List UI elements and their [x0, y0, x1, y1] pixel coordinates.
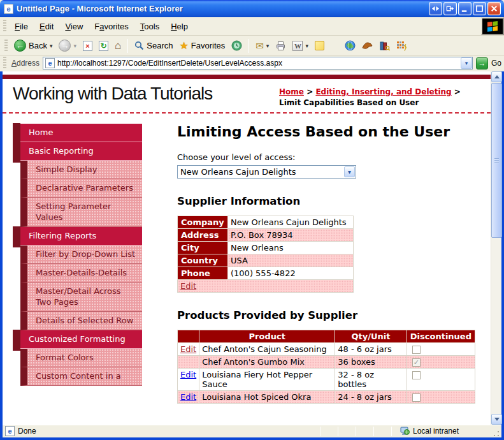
maximize-button[interactable]	[473, 2, 486, 15]
mail-dropdown-icon[interactable]: ▾	[266, 43, 270, 49]
scrollbar-thumb[interactable]	[491, 83, 502, 238]
resize-grip[interactable]	[493, 430, 500, 437]
zone-label: Local intranet	[413, 427, 459, 436]
breadcrumb-current: Limit Capabilities Based on User	[279, 98, 484, 108]
sidebar-item-filtering-reports[interactable]: Filtering Reports	[20, 227, 142, 246]
breadcrumb-section-link[interactable]: Editing, Inserting, and Deleting	[315, 87, 451, 96]
site-title: Working with Data Tutorials	[13, 84, 279, 108]
forward-dropdown-icon[interactable]: ▾	[73, 43, 76, 49]
discuss-button[interactable]	[313, 40, 326, 52]
pan-left-right-button[interactable]	[429, 2, 442, 15]
page-title: Limiting Access Based on the User	[177, 124, 475, 140]
page-content: Working with Data Tutorials Home > Editi…	[3, 71, 491, 425]
address-label: Address	[11, 59, 40, 68]
masthead: Working with Data Tutorials Home > Editi…	[3, 79, 491, 110]
menu-favorites[interactable]: Favorites	[89, 19, 133, 34]
discontinued-checkbox[interactable]: ✓	[412, 346, 421, 354]
research-books-button[interactable]	[377, 40, 392, 52]
product-edit-link[interactable]: Edit	[180, 344, 196, 354]
detach-window-button[interactable]	[443, 2, 457, 15]
menu-view[interactable]: View	[60, 19, 88, 34]
menu-tools[interactable]: Tools	[135, 19, 164, 34]
sidebar-item-master-detail-across-two-pages[interactable]: Master/Detail Across Two Pages	[20, 282, 142, 312]
main-content: Limiting Access Based on the User Choose…	[142, 124, 491, 404]
forward-button[interactable]: → ▾	[57, 38, 78, 53]
favorites-button[interactable]: ★ Favorites	[177, 38, 227, 53]
title-bar[interactable]: e Untitled Page - Microsoft Internet Exp…	[0, 0, 504, 17]
research-bird-button[interactable]	[360, 40, 375, 52]
address-input[interactable]: e http://localhost:1297/Code/EditInsertD…	[43, 57, 473, 70]
back-dropdown-icon[interactable]: ▾	[50, 43, 53, 49]
discontinued-checkbox[interactable]: ✓	[412, 358, 421, 367]
sidebar-item-simple-display[interactable]: Simple Display	[20, 161, 142, 179]
toolbar-separator	[248, 39, 249, 53]
sidebar-item-customized-formatting[interactable]: Customized Formatting	[20, 330, 142, 349]
mail-icon: ✉	[256, 40, 264, 52]
maximize-icon	[475, 4, 484, 13]
minimize-button[interactable]	[458, 2, 472, 15]
address-url[interactable]: http://localhost:1297/Code/EditInsertDel…	[57, 59, 458, 68]
go-button[interactable]: →	[476, 57, 488, 70]
stop-button[interactable]: ×	[81, 40, 94, 52]
address-dropdown-button[interactable]: ▾	[461, 57, 472, 69]
toolbar-grip[interactable]	[3, 20, 6, 33]
sidebar-item-master-details-details[interactable]: Master-Details-Details	[20, 264, 142, 282]
sidebar-item-details-of-selected-row[interactable]: Details of Selected Row	[20, 312, 142, 330]
toolbar-grip[interactable]	[4, 40, 8, 52]
discontinued-checkbox[interactable]: ✓	[412, 371, 421, 379]
detach-icon	[445, 4, 455, 13]
table-row: Edit Louisiana Hot Spiced Okra 24 - 8 oz…	[178, 391, 475, 404]
messenger-globe-button[interactable]	[343, 39, 357, 52]
refresh-icon: ↻	[99, 41, 108, 51]
breadcrumb-home-link[interactable]: Home	[279, 87, 304, 96]
chevron-up-icon	[494, 75, 500, 78]
print-button[interactable]	[273, 40, 288, 52]
product-edit-link[interactable]: Edit	[180, 370, 196, 379]
scroll-up-button[interactable]	[491, 71, 502, 82]
supplier-edit-link[interactable]: Edit	[180, 281, 196, 291]
menu-edit[interactable]: Edit	[34, 19, 59, 34]
discontinued-checkbox[interactable]: ✓	[412, 393, 421, 402]
table-row: Edit Chef Anton's Cajun Seasoning 48 - 6…	[178, 343, 475, 356]
select-dropdown-icon[interactable]: ▾	[344, 166, 355, 177]
toolbar-grip[interactable]	[3, 57, 6, 70]
menu-file[interactable]: File	[10, 19, 33, 34]
mail-button[interactable]: ✉ ▾	[254, 39, 271, 53]
go-label[interactable]: Go	[491, 59, 501, 68]
sidebar-item-format-colors[interactable]: Format Colors	[20, 349, 142, 367]
security-zone: Local intranet	[395, 427, 489, 436]
sidebar-item-declarative-parameters[interactable]: Declarative Parameters	[20, 179, 142, 198]
edit-with-word-button[interactable]: W ▾	[291, 40, 310, 52]
page-top-rule	[3, 75, 491, 79]
product-edit-link[interactable]: Edit	[180, 392, 196, 402]
favorites-star-icon: ★	[179, 40, 188, 52]
window-title: Untitled Page - Microsoft Internet Explo…	[17, 4, 426, 13]
menu-bar: File Edit View Favorites Tools Help	[0, 17, 504, 36]
back-button[interactable]: ← Back ▾	[12, 38, 54, 53]
access-level-select[interactable]: New Orleans Cajun Delights ▾	[177, 165, 356, 179]
access-level-value: New Orleans Cajun Delights	[180, 167, 296, 177]
sidebar-item-filter-by-drop-down-list[interactable]: Filter by Drop-Down List	[20, 246, 142, 264]
toolbar-separator	[127, 39, 128, 53]
sidebar-item-custom-content[interactable]: Custom Content in a	[20, 367, 142, 386]
windows-logo-throbber	[481, 17, 504, 35]
history-button[interactable]	[229, 39, 244, 52]
sidebar-item-home[interactable]: Home	[20, 124, 142, 142]
close-button[interactable]	[487, 2, 501, 15]
vertical-scrollbar[interactable]	[491, 71, 501, 425]
search-button[interactable]: Search	[133, 40, 175, 52]
scroll-down-button[interactable]	[491, 414, 502, 425]
menu-help[interactable]: Help	[166, 19, 193, 34]
sidebar-item-setting-parameter-values[interactable]: Setting Parameter Values	[20, 198, 142, 227]
forward-icon: →	[59, 40, 71, 52]
status-pane-separator	[320, 427, 320, 436]
sidebar-item-basic-reporting[interactable]: Basic Reporting	[20, 142, 142, 161]
edit-dropdown-icon[interactable]: ▾	[305, 43, 308, 49]
standard-toolbar: ← Back ▾ → ▾ × ↻ ⌂ Search ★ Favorites	[0, 36, 504, 56]
status-pane-separator	[356, 427, 356, 436]
home-icon: ⌂	[115, 40, 121, 52]
home-button[interactable]: ⌂	[113, 38, 123, 54]
browser-window: e Untitled Page - Microsoft Internet Exp…	[0, 0, 504, 440]
refresh-button[interactable]: ↻	[97, 40, 110, 52]
messenger-blocks-button[interactable]	[394, 40, 408, 52]
